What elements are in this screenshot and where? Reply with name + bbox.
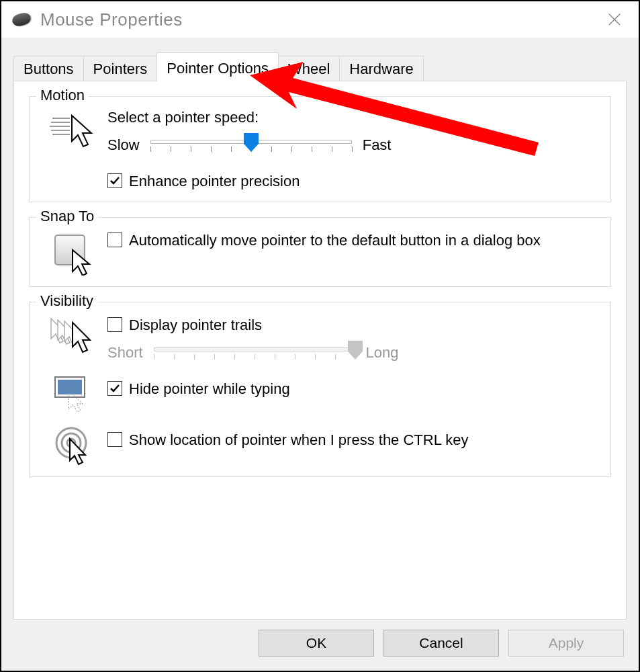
tab-strip: Buttons Pointers Pointer Options Wheel H…	[13, 50, 627, 81]
dialog-button-bar: OK Cancel Apply	[13, 620, 627, 661]
motion-icon	[40, 109, 107, 151]
apply-button: Apply	[508, 630, 624, 657]
speed-slow-label: Slow	[107, 136, 140, 154]
client-area: Buttons Pointers Pointer Options Wheel H…	[1, 38, 639, 671]
tab-panel: Motion	[13, 81, 627, 620]
group-motion-legend: Motion	[36, 87, 89, 104]
motion-prompt: Select a pointer speed:	[107, 109, 600, 126]
tab-pointers[interactable]: Pointers	[83, 56, 158, 81]
speed-fast-label: Fast	[363, 136, 392, 154]
snap-to-checkbox[interactable]	[107, 233, 122, 247]
trails-short-label: Short	[107, 344, 143, 362]
group-visibility-legend: Visibility	[36, 292, 97, 310]
ctrl-locate-checkbox[interactable]	[107, 432, 122, 447]
ok-button[interactable]: OK	[259, 630, 374, 657]
hide-pointer-label: Hide pointer while typing	[129, 380, 290, 398]
tab-buttons[interactable]: Buttons	[13, 56, 84, 81]
pointer-speed-slider[interactable]	[150, 136, 352, 155]
title-bar: Mouse Properties	[1, 1, 639, 38]
trails-icon	[40, 314, 107, 355]
hide-typing-icon	[40, 372, 107, 412]
mouse-properties-window: Mouse Properties Buttons Pointers Pointe…	[0, 0, 640, 672]
trails-long-label: Long	[366, 344, 399, 362]
hide-pointer-checkbox[interactable]	[107, 381, 122, 396]
enhance-precision-checkbox[interactable]	[107, 173, 122, 188]
group-visibility: Visibility	[29, 302, 611, 478]
mouse-icon	[11, 11, 32, 28]
svg-rect-9	[58, 380, 82, 394]
snap-to-icon	[40, 230, 107, 276]
pointer-trails-slider	[154, 343, 355, 362]
group-motion: Motion	[29, 96, 611, 202]
group-snap-to: Snap To	[29, 217, 611, 287]
tab-pointer-options[interactable]: Pointer Options	[156, 52, 279, 81]
close-icon	[607, 12, 622, 27]
close-button[interactable]	[596, 3, 633, 36]
snap-to-label: Automatically move pointer to the defaul…	[129, 231, 541, 250]
cancel-button[interactable]: Cancel	[383, 630, 499, 657]
tab-wheel[interactable]: Wheel	[278, 56, 340, 81]
enhance-precision-label: Enhance pointer precision	[129, 172, 300, 191]
ctrl-locate-icon	[40, 423, 107, 466]
pointer-trails-checkbox[interactable]	[107, 317, 122, 332]
pointer-trails-label: Display pointer trails	[129, 316, 262, 335]
group-snap-to-legend: Snap To	[36, 208, 98, 225]
ctrl-locate-label: Show location of pointer when I press th…	[129, 431, 468, 450]
tab-hardware[interactable]: Hardware	[339, 56, 423, 81]
window-title: Mouse Properties	[40, 9, 596, 30]
